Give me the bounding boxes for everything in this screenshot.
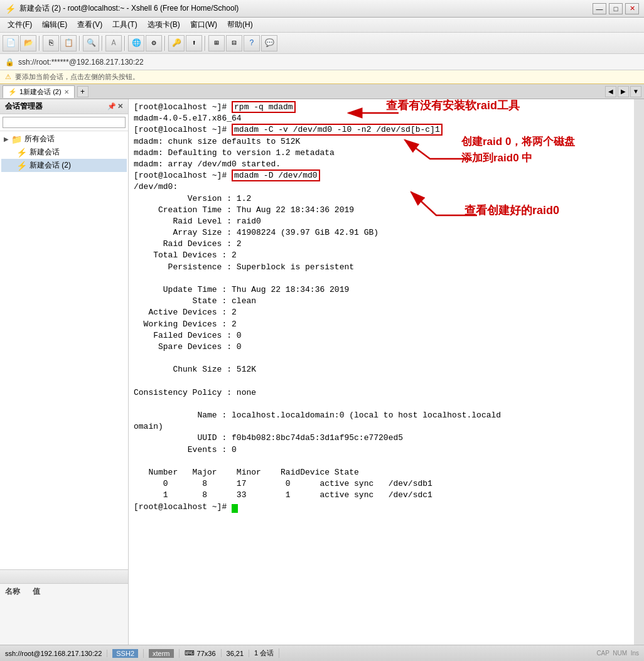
terminal-scrollbar[interactable] [634,99,644,645]
help-btn[interactable]: ? [244,35,260,51]
terminal-line-20: Working Devices : 2 [134,319,629,330]
close-button[interactable]: ✕ [625,3,639,14]
tree-label-all: 所有会话 [24,134,55,144]
menubar: 文件(F) 编辑(E) 查看(V) 工具(T) 选项卡(B) 窗口(W) 帮助(… [0,18,644,33]
menu-help[interactable]: 帮助(H) [222,18,258,31]
cmd-highlight-3: mdadm -D /dev/md0 [232,169,320,181]
warning-icon: ⚠ [5,73,11,81]
resize-btn[interactable]: ⊞ [208,35,225,51]
tree-expand-icon: ▶ [4,136,9,142]
status-term: xterm [149,649,180,658]
terminal-line-disk2: 1 8 33 1 active sync /dev/sdc1 [134,490,629,501]
sidebar-search-input[interactable] [3,117,126,128]
menu-tools[interactable]: 工具(T) [107,18,142,31]
terminal-line-14: Total Devices : 2 [134,250,629,261]
menu-tabs[interactable]: 选项卡(B) [142,18,185,31]
terminal-line-5: mdadm: Defaulting to version 1.2 metadat… [134,148,629,159]
status-ssh: ssh://root@192.168.217.130:22 [5,650,107,657]
tree-item-session1[interactable]: ⚡ 新建会话 [1,146,127,159]
new-session-btn[interactable]: 📄 [3,35,19,51]
terminal-line-31: Events : 0 [134,444,629,456]
sidebar-title: 会话管理器 [5,101,43,112]
settings-btn[interactable]: ⚙ [146,35,162,51]
tab-nav: ◀ ▶ ▼ [605,86,641,97]
comment-btn[interactable]: 💬 [261,35,277,51]
sep1 [39,36,40,51]
notif-text: 要添加当前会话，点击左侧的箭头按钮。 [15,72,139,82]
tree-label-session2: 新建会话 (2) [30,160,71,171]
sidebar-bottom-content: 名称 值 [0,584,128,599]
terminal-line-header: Number Major Minor RaidDevice State [134,467,629,478]
status-terminal-size: 77x36 [197,650,216,657]
terminal-line-blank1 [134,273,629,284]
tab-close-btn[interactable]: ✕ [64,89,69,95]
transfer-btn[interactable]: ⬆ [186,35,202,51]
menu-view[interactable]: 查看(V) [72,18,107,31]
status-sessions: 1 会话 [254,648,279,658]
sep3 [102,36,103,51]
tab-next-btn[interactable]: ▶ [618,86,629,97]
window-title: 新建会话 (2) - root@localhost:~ - Xshell 6 (… [19,3,593,14]
tree-label-session1: 新建会话 [30,147,60,158]
terminal-line-24: Chunk Size : 512K [134,364,629,375]
sep6 [205,36,206,51]
status-badge-ssh2: SSH2 [112,649,138,658]
terminal-line-4: mdadm: chunk size defaults to 512K [134,136,629,148]
tree-item-root[interactable]: ▶ 📁 所有会话 [1,132,127,146]
sidebar-tree: ▶ 📁 所有会话 ⚡ 新建会话 ⚡ 新建会话 (2) [0,131,128,569]
titlebar: ⚡ 新建会话 (2) - root@localhost:~ - Xshell 6… [0,0,644,18]
terminal-line-2: mdadm-4.0-5.el7.x86_64 [134,113,629,124]
tab-label: 1新建会话 (2) [19,87,62,97]
terminal-content[interactable]: [root@localhost ~]# rpm -q mdadm mdadm-4… [129,99,634,645]
window-controls: — □ ✕ [593,3,639,14]
sidebar-search [0,114,128,131]
terminal-line-15: Persistence : Superblock is persistent [134,262,629,273]
network-btn[interactable]: 🌐 [128,35,144,51]
tree-item-session2[interactable]: ⚡ 新建会话 (2) [1,159,127,172]
tab-add-btn[interactable]: + [77,86,89,97]
session2-icon: ⚡ [16,161,27,171]
app-icon: ⚡ [5,4,16,14]
sidebar-controls: 📌 ✕ [107,102,123,110]
terminal-line-disk1: 0 8 17 0 active sync /dev/sdb1 [134,478,629,490]
menu-window[interactable]: 窗口(W) [185,18,222,31]
terminal-wrapper[interactable]: [root@localhost ~]# rpm -q mdadm mdadm-4… [129,99,644,645]
terminal-line-blank5 [134,456,629,467]
terminal-line-7: [root@localhost ~]# mdadm -D /dev/md0 [134,170,629,181]
status-protocol: SSH2 [112,649,144,658]
maximize-button[interactable]: □ [609,3,623,14]
open-btn[interactable]: 📂 [20,35,36,51]
minimize-button[interactable]: — [593,3,606,14]
folder-icon: 📁 [11,134,22,144]
sidebar-bottom-header [0,570,128,584]
terminal-line-17: Update Time : Thu Aug 22 18:34:36 2019 [134,284,629,296]
menu-file[interactable]: 文件(F) [3,18,37,31]
tab-prev-btn[interactable]: ◀ [605,86,616,97]
paste-btn[interactable]: 📋 [60,35,77,51]
sidebar-close-btn[interactable]: ✕ [117,102,123,110]
tab-1[interactable]: ⚡ 1新建会话 (2) ✕ [3,85,75,98]
terminal-line-6: mdadm: array /dev/md0 started. [134,159,629,170]
address-text: ssh://root:******@192.168.217.130:22 [18,58,144,67]
col-value: 值 [33,586,40,597]
status-indicators: CAP NUM Ins [596,650,639,657]
status-size-text: ⌨ [185,649,195,657]
terminal-line-blank2 [134,353,629,364]
copy-btn[interactable]: ⎘ [43,35,59,51]
status-badge-xterm: xterm [149,649,174,658]
find-btn[interactable]: 🔍 [83,35,99,51]
sidebar-pin-btn[interactable]: 📌 [107,102,116,110]
terminal-line-13: Raid Devices : 2 [134,239,629,250]
tab-menu-btn[interactable]: ▼ [630,86,641,97]
tabbar: ⚡ 1新建会话 (2) ✕ + ◀ ▶ ▼ [0,84,644,99]
key-btn[interactable]: 🔑 [168,35,185,51]
cmd-highlight-1: rpm -q mdadm [232,101,296,113]
tile-btn[interactable]: ⊟ [226,35,242,51]
terminal-line-28: Name : localhost.localdomain:0 (local to… [134,410,629,421]
session1-icon: ⚡ [16,148,27,158]
addressbar: 🔒 ssh://root:******@192.168.217.130:22 [0,54,644,70]
menu-edit[interactable]: 编辑(E) [37,18,72,31]
terminal-line-18: State : clean [134,296,629,307]
color-btn[interactable]: A [105,35,122,51]
status-sessions-text: 1 会话 [254,648,274,658]
